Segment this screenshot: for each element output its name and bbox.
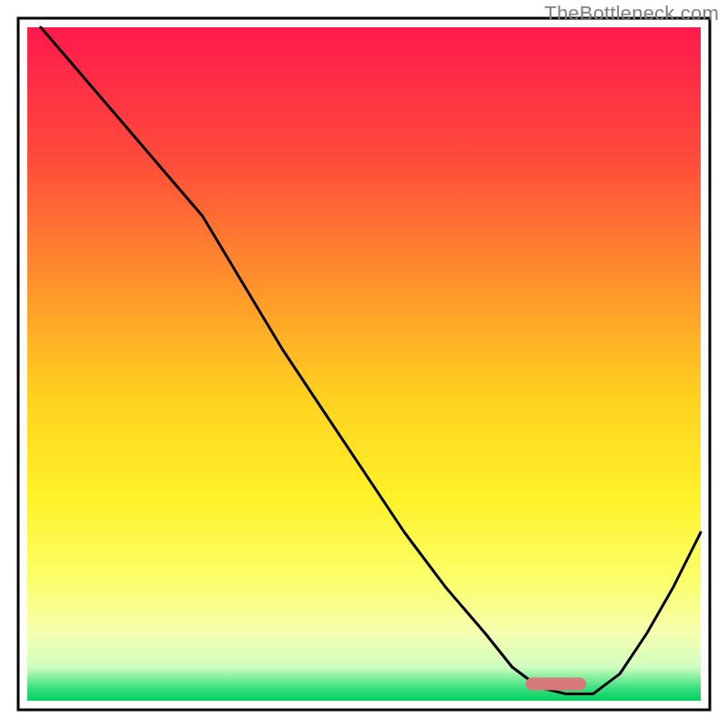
chart-svg bbox=[0, 0, 728, 728]
optimal-range-marker bbox=[526, 678, 587, 691]
watermark: TheBottleneck.com bbox=[544, 2, 719, 25]
chart-container: { "watermark": "TheBottleneck.com", "cha… bbox=[0, 0, 728, 728]
